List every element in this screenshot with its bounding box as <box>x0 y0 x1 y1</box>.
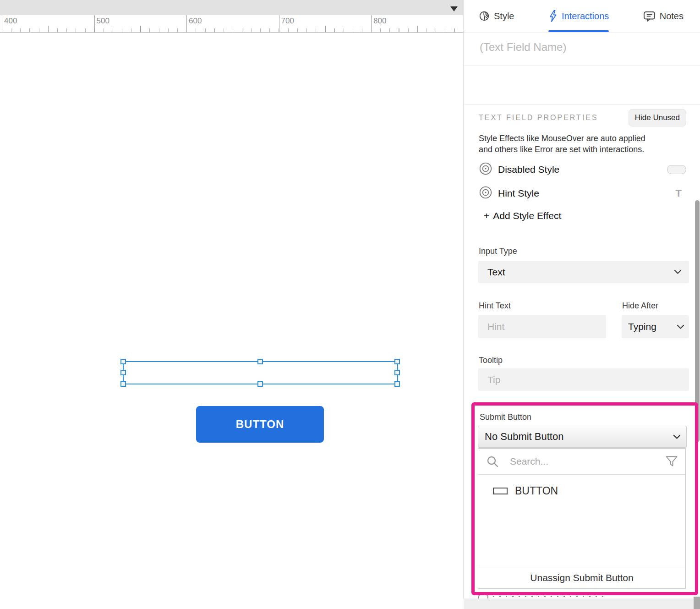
selection-handle[interactable] <box>257 359 263 364</box>
hide-after-select[interactable]: Typing <box>622 315 689 338</box>
ruler: 400500600700800 <box>0 15 463 33</box>
hint-text-label: Hint Text <box>479 301 511 311</box>
selection-handle[interactable] <box>120 359 126 364</box>
selection-handle[interactable] <box>394 370 400 375</box>
tooltip-input[interactable] <box>478 368 689 391</box>
input-type-select[interactable]: Text <box>478 261 689 283</box>
ruler-label: 800 <box>373 16 386 26</box>
hint-style-row[interactable]: Hint Style T <box>479 186 686 201</box>
properties-header: TEXT FIELD PROPERTIES Hide Unused <box>479 109 686 126</box>
button-widget-icon <box>493 488 508 494</box>
hide-unused-button[interactable]: Hide Unused <box>629 109 686 126</box>
submit-button-label: Submit Button <box>480 412 531 422</box>
chevron-down-icon <box>674 269 682 274</box>
axure-app-window: 400500600700800 BUTTON <box>0 0 700 609</box>
widget-name-input[interactable] <box>479 40 678 54</box>
hint-text-input[interactable] <box>478 315 606 338</box>
dropdown-search-input[interactable] <box>509 455 665 467</box>
chevron-down-icon <box>673 434 681 439</box>
add-style-effect-button[interactable]: + Add Style Effect <box>484 210 561 221</box>
disabled-style-toggle[interactable] <box>667 165 686 174</box>
inspector-panel: Style Interactions Notes <box>463 0 700 598</box>
note-bubble-icon <box>643 11 656 22</box>
disabled-style-row[interactable]: Disabled Style <box>479 162 686 177</box>
cut-off-text-fragment <box>493 596 607 597</box>
unassign-submit-button[interactable]: Unassign Submit Button <box>478 567 685 588</box>
tab-label: Notes <box>660 11 684 22</box>
ruler-major-tick <box>371 15 372 32</box>
selection-handle[interactable] <box>394 381 400 387</box>
widget-name-row <box>464 32 700 66</box>
chevron-down-icon <box>677 324 684 329</box>
ruler-label: 500 <box>97 16 109 26</box>
ruler-major-tick <box>94 15 95 32</box>
filter-funnel-icon[interactable] <box>665 455 678 467</box>
hide-after-label: Hide After <box>622 301 658 311</box>
button-widget[interactable]: BUTTON <box>196 406 324 443</box>
tab-label: Interactions <box>562 11 609 22</box>
canvas-area: 400500600700800 BUTTON <box>0 0 463 609</box>
interactions-empty-area <box>464 66 700 104</box>
selection-handle[interactable] <box>120 381 126 387</box>
ruler-major-tick <box>279 15 279 32</box>
submit-button-select[interactable]: No Submit Button <box>478 426 687 448</box>
style-effect-target-icon <box>479 186 492 201</box>
list-item-button-widget[interactable]: BUTTON <box>478 480 685 501</box>
style-effects-description: Style Effects like MouseOver are auto ap… <box>479 133 685 155</box>
plus-icon: + <box>484 210 489 221</box>
selection-handle[interactable] <box>257 381 263 387</box>
tooltip-label: Tooltip <box>479 356 503 365</box>
style-effect-target-icon <box>479 162 492 177</box>
ruler-menu-arrow-icon[interactable] <box>450 6 458 11</box>
inspector-tab-bar: Style Interactions Notes <box>464 0 700 33</box>
lightning-bolt-icon <box>548 10 558 22</box>
input-type-label: Input Type <box>479 247 517 256</box>
selection-handle[interactable] <box>120 370 126 375</box>
tab-label: Style <box>494 11 514 22</box>
style-icon <box>479 11 490 22</box>
dropdown-search-row <box>478 449 685 475</box>
ruler-label: 400 <box>4 16 17 26</box>
section-title: TEXT FIELD PROPERTIES <box>479 114 598 122</box>
canvas-top-strip <box>0 0 463 15</box>
ruler-major-tick <box>186 15 187 32</box>
text-style-indicator: T <box>676 187 682 199</box>
window-edge-background <box>464 598 700 609</box>
ruler-label: 600 <box>189 16 202 26</box>
background-corner <box>694 597 700 609</box>
selection-handle[interactable] <box>394 359 400 364</box>
tab-style[interactable]: Style <box>479 0 514 32</box>
search-icon <box>487 455 499 468</box>
ruler-major-tick <box>2 15 2 32</box>
style-effect-label: Disabled Style <box>498 164 667 175</box>
tab-interactions[interactable]: Interactions <box>548 0 609 32</box>
highlight-annotation-box: Submit Button No Submit Button <box>471 402 698 595</box>
submit-button-dropdown: BUTTON Unassign Submit Button <box>478 448 686 589</box>
dropdown-widget-list: BUTTON <box>478 475 685 567</box>
ruler-label: 700 <box>281 16 294 26</box>
tab-notes[interactable]: Notes <box>643 0 684 32</box>
design-canvas[interactable]: BUTTON <box>0 33 463 609</box>
style-effect-label: Hint Style <box>498 188 676 199</box>
